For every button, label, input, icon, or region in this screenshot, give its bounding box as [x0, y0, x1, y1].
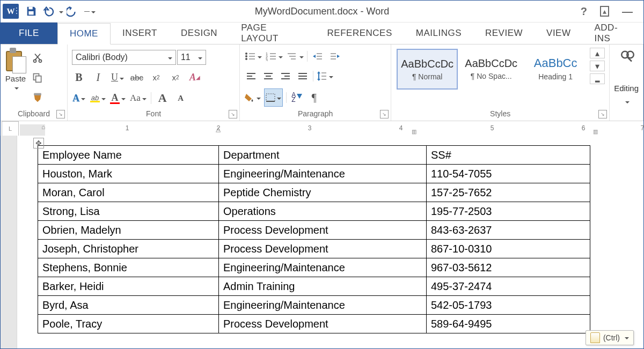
group-clipboard: Paste Clipboard ↘	[1, 44, 68, 121]
table-row: Houston, MarkEngineering/Maintenance110-…	[38, 165, 590, 183]
style-no-spacing[interactable]: AaBbCcDc ¶ No Spac...	[460, 49, 522, 88]
styles-more-button[interactable]: ▂	[590, 73, 605, 84]
ruler-bar: L ⌂ 1 2 3 4 5 6 7 △ ▥ ▥	[1, 121, 643, 137]
table-row: Strong, LisaOperations195-77-2503	[38, 202, 590, 221]
title-bar: W MyWordDocument.docx - Word ? ▴ —	[1, 1, 643, 23]
smarttag-label: (Ctrl)	[603, 333, 620, 342]
tab-mailings[interactable]: MAILINGS	[404, 23, 473, 44]
numbering-button[interactable]: 123	[265, 49, 283, 64]
tab-selector[interactable]: L	[2, 121, 19, 136]
font-launcher[interactable]: ↘	[229, 110, 237, 118]
italic-button[interactable]: I	[91, 70, 105, 85]
text-effects-button[interactable]: A	[72, 91, 86, 106]
copy-button[interactable]	[31, 70, 45, 85]
tab-insert[interactable]: INSERT	[111, 23, 169, 44]
paste-options-smarttag[interactable]: (Ctrl)	[586, 330, 634, 345]
clear-formatting-button[interactable]: A◢	[188, 70, 202, 85]
highlight-button[interactable]: ab	[90, 91, 106, 106]
styles-scroll-down[interactable]: ▾	[590, 61, 605, 71]
table-row: Employee Name Department SS#	[38, 146, 590, 165]
subscript-button[interactable]: x2	[149, 70, 163, 85]
strikethrough-button[interactable]: abc	[130, 70, 144, 85]
group-paragraph: 123 AZ	[240, 44, 391, 121]
sort-button[interactable]: AZ	[290, 90, 304, 105]
editing-more-icon[interactable]	[624, 97, 630, 106]
chevron-down-icon	[623, 333, 629, 342]
style-heading-1[interactable]: AaBbCc Heading 1	[524, 49, 587, 88]
tab-design[interactable]: DESIGN	[169, 23, 229, 44]
svg-rect-13	[266, 94, 275, 101]
table-row: Moran, CarolPeptide Chemistry157-25-7652	[38, 183, 590, 202]
document-area: ✥ Employee Name Department SS# Houston, …	[1, 136, 643, 348]
change-case-button[interactable]: Aa	[130, 91, 147, 106]
cell[interactable]: SS#	[427, 146, 590, 165]
grow-font-button[interactable]: A	[156, 91, 170, 106]
svg-rect-5	[36, 76, 41, 83]
font-name-select[interactable]: Calibri (Body)	[72, 50, 176, 65]
svg-text:3: 3	[266, 58, 268, 61]
table-move-handle[interactable]: ✥	[33, 138, 44, 148]
tab-file[interactable]: FILE	[1, 23, 57, 44]
ribbon-display-button[interactable]: ▴	[600, 6, 609, 17]
align-left-button[interactable]	[244, 69, 258, 84]
style-normal[interactable]: AaBbCcDc ¶ Normal	[397, 49, 458, 90]
find-button[interactable]	[618, 50, 634, 65]
paste-more-icon[interactable]	[13, 83, 19, 92]
font-size-select[interactable]: 11	[177, 50, 206, 65]
align-right-button[interactable]	[279, 69, 292, 84]
superscript-button[interactable]: x2	[169, 70, 182, 85]
horizontal-ruler[interactable]: ⌂ 1 2 3 4 5 6 7 △ ▥ ▥	[20, 124, 643, 136]
tab-home[interactable]: HOME	[57, 23, 111, 44]
tab-view[interactable]: VIEW	[535, 23, 582, 44]
tab-page-layout[interactable]: PAGE LAYOUT	[229, 23, 315, 44]
page[interactable]: ✥ Employee Name Department SS# Houston, …	[17, 136, 643, 348]
underline-button[interactable]: U	[111, 70, 125, 85]
align-center-button[interactable]	[261, 69, 275, 84]
paste-label[interactable]: Paste	[5, 74, 26, 83]
undo-more-icon[interactable]	[57, 7, 63, 16]
styles-scroll-up[interactable]: ▴	[590, 48, 605, 58]
customize-qat-button[interactable]	[82, 3, 98, 19]
vertical-ruler[interactable]	[1, 136, 17, 348]
decrease-indent-button[interactable]	[311, 49, 325, 64]
shading-button[interactable]	[244, 90, 261, 105]
paragraph-launcher[interactable]: ↘	[380, 110, 389, 118]
cell[interactable]: Employee Name	[38, 146, 219, 165]
styles-launcher[interactable]: ↘	[598, 110, 607, 118]
tab-references[interactable]: REFERENCES	[316, 23, 404, 44]
cell[interactable]: Department	[219, 146, 427, 165]
group-font: Calibri (Body) 11 B I U abc x2 x2 A◢ A a…	[68, 44, 240, 121]
cut-button[interactable]	[31, 50, 45, 65]
group-editing: Editing	[610, 44, 643, 121]
help-button[interactable]: ?	[581, 5, 587, 18]
svg-point-7	[245, 53, 247, 55]
format-painter-button[interactable]	[31, 90, 45, 105]
bold-button[interactable]: B	[72, 70, 86, 85]
word-app-icon[interactable]: W	[3, 4, 19, 19]
justify-button[interactable]	[296, 69, 310, 84]
borders-button[interactable]	[264, 88, 283, 107]
group-label-font: Font	[72, 108, 235, 120]
font-color-button[interactable]: A	[110, 91, 126, 106]
editing-label[interactable]: Editing	[614, 84, 639, 93]
redo-button[interactable]	[64, 3, 80, 19]
employee-table[interactable]: Employee Name Department SS# Houston, Ma…	[38, 145, 590, 333]
undo-button[interactable]	[40, 3, 56, 19]
minimize-button[interactable]: —	[622, 5, 633, 18]
paste-button[interactable]	[5, 48, 26, 72]
tab-add-ins[interactable]: ADD-INS	[583, 23, 644, 44]
increase-indent-button[interactable]	[328, 49, 342, 64]
ribbon: Paste Clipboard ↘ Calibri (Body) 11	[1, 44, 643, 121]
window-controls: ? ▴ —	[581, 5, 643, 18]
line-spacing-button[interactable]	[317, 69, 333, 84]
save-button[interactable]	[23, 3, 39, 19]
shrink-font-button[interactable]: A	[174, 91, 188, 106]
multilevel-list-button[interactable]	[286, 49, 304, 64]
table-row: Barker, HeidiAdmin Training495-37-2474	[38, 277, 590, 296]
show-hide-button[interactable]: ¶	[307, 90, 321, 105]
bullets-button[interactable]	[244, 49, 262, 64]
table-row: Joseph, ChristopherProcess Development86…	[38, 240, 590, 258]
svg-rect-1	[28, 11, 33, 14]
clipboard-launcher[interactable]: ↘	[56, 110, 65, 118]
tab-review[interactable]: REVIEW	[473, 23, 535, 44]
